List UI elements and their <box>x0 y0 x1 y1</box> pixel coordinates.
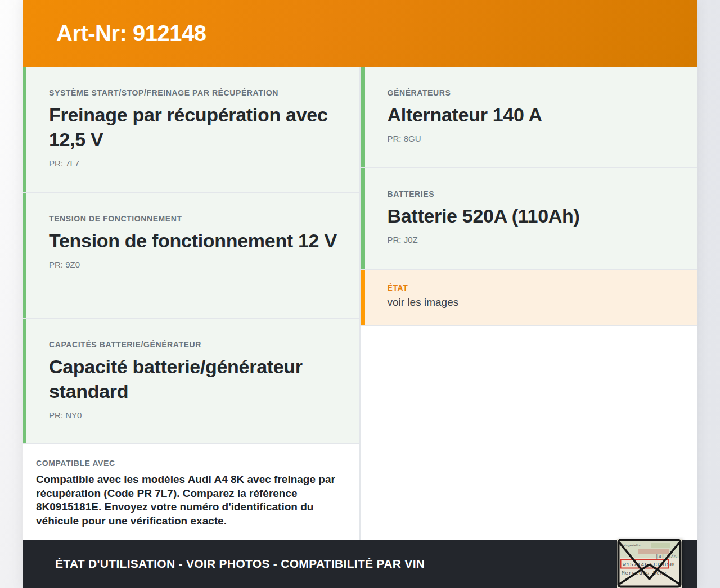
listing-page: Art-Nr: 912148 SYSTÈME START/STOP/FREINA… <box>22 0 698 588</box>
footer-banner: ÉTAT D'UTILISATION - VOIR PHOTOS - COMPA… <box>22 540 698 588</box>
spec-pr-code: PR: 7L7 <box>49 159 344 168</box>
left-column: SYSTÈME START/STOP/FREINAGE PAR RÉCUPÉRA… <box>22 67 359 540</box>
etat-card: ÉTAT voir les images <box>361 270 698 325</box>
spec-card-tension: TENSION DE FONCTIONNEMENT Tension de fon… <box>22 193 359 318</box>
spec-label: TENSION DE FONCTIONNEMENT <box>49 214 344 223</box>
spec-pr-code: PR: NY0 <box>49 410 344 420</box>
spec-card-freinage: SYSTÈME START/STOP/FREINAGE PAR RÉCUPÉRA… <box>22 67 359 192</box>
article-number-title: Art-Nr: 912148 <box>56 21 206 46</box>
right-column: GÉNÉRATEURS Alternateur 140 A PR: 8GU BA… <box>361 67 698 540</box>
spec-pr-code: PR: 9Z0 <box>49 260 344 269</box>
spec-title: Alternateur 140 A <box>388 102 682 127</box>
spec-title: Freinage par récupération avec 12,5 V <box>49 102 344 152</box>
spec-title: Batterie 520A (110Ah) <box>388 203 682 228</box>
etat-see-images-text: voir les images <box>388 296 682 309</box>
vin-suffix-text: 7 <box>672 562 675 568</box>
compatibility-label: COMPATIBLE AVEC <box>36 459 344 468</box>
vin-document-envelope-image: Fahrgestellnr. |4| A/A W1571463J31858 7 … <box>617 539 682 588</box>
spec-title: Tension de fonctionnement 12 V <box>49 228 344 253</box>
spec-label: SYSTÈME START/STOP/FREINAGE PAR RÉCUPÉRA… <box>49 88 344 97</box>
spec-label: CAPACITÉS BATTERIE/GÉNÉRATEUR <box>49 340 344 349</box>
spec-grid: SYSTÈME START/STOP/FREINAGE PAR RÉCUPÉRA… <box>22 67 698 540</box>
spec-card-generateurs: GÉNÉRATEURS Alternateur 140 A PR: 8GU <box>361 67 698 167</box>
header: Art-Nr: 912148 <box>22 0 698 67</box>
spec-pr-code: PR: 8GU <box>388 134 682 143</box>
right-column-filler <box>361 326 698 540</box>
spec-label: BATTERIES <box>388 189 682 198</box>
envelope-icon: Fahrgestellnr. |4| A/A W1571463J31858 7 … <box>617 539 682 588</box>
spec-title: Capacité batterie/générateur standard <box>49 354 344 404</box>
compatibility-card: COMPATIBLE AVEC Compatible avec les modè… <box>22 444 359 540</box>
spec-card-batteries: BATTERIES Batterie 520A (110Ah) PR: J0Z <box>361 168 698 269</box>
spec-label: GÉNÉRATEURS <box>388 88 682 97</box>
etat-label: ÉTAT <box>388 283 682 292</box>
spec-card-capacite: CAPACITÉS BATTERIE/GÉNÉRATEUR Capacité b… <box>22 319 359 443</box>
footer-banner-text: ÉTAT D'UTILISATION - VOIR PHOTOS - COMPA… <box>55 557 425 571</box>
compatibility-text: Compatible avec les modèles Audi A4 8K a… <box>36 473 343 528</box>
doc-label-text: Fahrgestellnr. <box>621 544 642 547</box>
spec-pr-code: PR: J0Z <box>388 235 682 245</box>
